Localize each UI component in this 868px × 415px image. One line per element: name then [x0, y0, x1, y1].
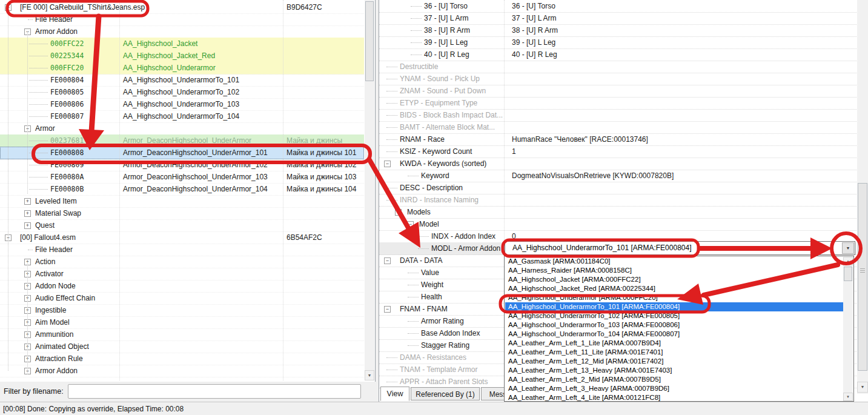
field-row[interactable]: RNAM - RaceHumanRace "Человек" [RACE:000… — [379, 133, 856, 146]
dropdown-item[interactable]: AA_Highschool_Underarmor [ARMA:000FFC20] — [505, 293, 847, 302]
field-row[interactable]: BAMT - Alternate Block Mat... — [379, 121, 856, 134]
tree-row[interactable]: File Header — [0, 244, 364, 256]
dropdown-item[interactable]: AA_Highschool_Jacket [ARMA:000FFC22] — [505, 275, 847, 284]
tree-row[interactable]: FE000806AA_Highschool_UnderarmorTo_103 — [0, 98, 364, 111]
tree-row[interactable]: FE000805AA_Highschool_UnderarmorTo_102 — [0, 86, 364, 99]
tree-row[interactable]: +Material Swap — [0, 207, 364, 220]
dropdown-item[interactable]: AA_Leather_Arm_Left_12_Mid [ARMA:001E740… — [505, 357, 847, 366]
record-editorid: AA_Highschool_Jacket_Red — [123, 50, 215, 62]
tree-row[interactable]: +Attraction Rule — [0, 353, 364, 365]
tree-leader — [386, 382, 397, 382]
tree-row[interactable]: FE000809Armor_DeaconHighschool_UnderArmo… — [0, 159, 364, 171]
field-row[interactable]: DESC - Description — [379, 182, 856, 194]
tree-row[interactable]: 000FFC20AA_Highschool_Underarmor — [0, 62, 364, 75]
expand-toggle-icon[interactable]: − — [395, 209, 402, 216]
dropdown-item[interactable]: AA_Gasmask [ARMA:001184C0] — [505, 257, 847, 266]
dropdown-item[interactable]: AA_Leather_Arm_Left_13_Heavy [ARMA:001E7… — [505, 366, 847, 375]
scrollbar-thumb[interactable] — [858, 183, 867, 371]
dropdown-scrollbar[interactable]: ▲ ▼ — [843, 257, 853, 401]
field-row[interactable]: YNAM - Sound - Pick Up — [379, 73, 856, 85]
tree-row[interactable]: +Leveled Item — [0, 195, 364, 208]
tree-row[interactable]: +Aim Model — [0, 316, 364, 329]
tree-row[interactable]: FE000807AA_Highschool_UnderarmorTo_104 — [0, 110, 364, 123]
tree-row[interactable]: +Activator — [0, 268, 364, 281]
expand-toggle-icon[interactable]: − — [384, 306, 391, 313]
dropdown-item[interactable]: AA_Highschool_UnderarmorTo_101 [ARMA:FE0… — [505, 302, 847, 311]
dropdown-item[interactable]: AA_Highschool_UnderarmorTo_103 [ARMA:FE0… — [505, 320, 847, 330]
field-row[interactable]: 40 - [U] R Leg40 - [U] R Leg — [379, 48, 856, 61]
dropdown-item[interactable]: AA_Leather_Arm_Left_11_Lite [ARMA:001E74… — [505, 348, 847, 357]
dropdown-item[interactable]: AA_Highschool_Jacket_Red [ARMA:00225344] — [505, 284, 847, 293]
field-row[interactable]: MODL - Armor AddonAA_Highschool_Underarm… — [379, 242, 856, 255]
tree-row[interactable]: +Action — [0, 256, 364, 268]
record-formid: FE000807 — [50, 110, 84, 122]
tree-item-label: Armor — [35, 122, 55, 134]
expand-toggle-icon[interactable]: − — [384, 161, 391, 167]
field-row[interactable]: INRD - Instance Naming — [379, 194, 856, 207]
tree-row[interactable]: FE00080AArmor_DeaconHighschool_UnderArmo… — [0, 171, 364, 184]
record-view-scrollbar[interactable]: ▼ — [857, 0, 868, 394]
dropdown-arrow-button[interactable]: ▼ — [842, 242, 854, 254]
dropdown-item[interactable]: AA_Harness_Raider [ARMA:0008158C] — [505, 266, 847, 275]
expand-toggle-icon[interactable]: + — [24, 210, 31, 217]
field-row[interactable]: KSIZ - Keyword Count1 — [379, 145, 856, 158]
tree-row[interactable]: FE000804AA_Highschool_UnderarmorTo_101 — [0, 74, 364, 87]
scroll-down-button[interactable]: ▼ — [365, 370, 374, 380]
tree-row[interactable]: File Header — [0, 13, 364, 26]
dropdown-item[interactable]: AA_Highschool_UnderarmorTo_102 [ARMA:FE0… — [505, 311, 847, 320]
tree-row[interactable]: +Ammunition — [0, 328, 364, 341]
armor-addon-dropdown-list[interactable]: AA_Gasmask [ARMA:001184C0]AA_Harness_Rai… — [504, 256, 854, 402]
tree-leader — [386, 103, 397, 104]
filter-label: Filter by filename: — [4, 382, 64, 402]
tab-view[interactable]: View — [380, 387, 409, 401]
tree-row[interactable]: FE000808Armor_DeaconHighschool_UnderArmo… — [0, 147, 364, 159]
tree-leader — [418, 248, 429, 249]
field-row[interactable]: KeywordDogmeatNoVisualsOnRetrieve [KYWD:… — [379, 170, 856, 182]
scroll-up-button[interactable]: ▲ — [843, 257, 853, 265]
expand-toggle-icon[interactable]: + — [24, 222, 31, 229]
field-row[interactable]: 38 - [U] R Arm38 - [U] R Arm — [379, 24, 856, 37]
expand-toggle-icon[interactable]: − — [407, 221, 414, 228]
field-row[interactable]: 39 - [U] L Leg39 - [U] L Leg — [379, 36, 856, 49]
dropdown-item[interactable]: AA_Leather_Arm_Left_4_Lite [ARMA:00121FC… — [505, 393, 847, 402]
left-tree-scrollbar[interactable]: ▼ — [365, 0, 374, 380]
filter-input[interactable] — [68, 384, 361, 399]
tree-row[interactable]: 00237681Armor_DeaconHighschool_UnderArmo… — [0, 134, 364, 147]
field-row[interactable]: −Model — [379, 218, 856, 231]
tree-row[interactable]: −[FE 000] CaRebuild_TShirt&Jeans.espB9D6… — [0, 1, 364, 14]
armor-addon-combobox[interactable]: AA_Highschool_UnderarmorTo_101 [ARMA:FE0… — [505, 241, 855, 255]
tree-row[interactable]: −Armor Addon — [0, 365, 364, 377]
field-row[interactable]: −Models — [379, 206, 856, 219]
scrollbar-thumb[interactable] — [844, 267, 852, 281]
dropdown-item[interactable]: AA_Highschool_UnderarmorTo_104 [ARMA:FE0… — [505, 330, 847, 339]
expand-toggle-icon[interactable]: − — [384, 257, 391, 264]
combobox-value: AA_Highschool_UnderarmorTo_101 [ARMA:FE0… — [512, 242, 692, 254]
expand-toggle-icon[interactable]: + — [24, 198, 31, 205]
tree-row[interactable]: +Addon Node — [0, 280, 364, 293]
field-row[interactable]: 37 - [U] L Arm37 - [U] L Arm — [379, 12, 856, 25]
scroll-down-button[interactable]: ▼ — [857, 382, 868, 393]
tree-row[interactable]: +Ingestible — [0, 304, 364, 317]
tree-row[interactable]: +Animated Object — [0, 340, 364, 353]
tree-row[interactable]: −Armor Addon — [0, 25, 364, 38]
tree-row[interactable]: 000FFC22AA_Highschool_Jacket — [0, 38, 364, 50]
field-row[interactable]: −KWDA - Keywords (sorted) — [379, 158, 856, 170]
field-row[interactable]: ETYP - Equipment Type — [379, 97, 856, 110]
dropdown-item[interactable]: AA_Leather_Arm_Left_3_Heavy [ARMA:0007B9… — [505, 384, 847, 393]
tree-row[interactable]: −[00] Fallout4.esm6B54AF2C — [0, 231, 364, 244]
tree-item-label: Armor Addon — [35, 25, 78, 38]
field-row[interactable]: 36 - [U] Torso36 - [U] Torso — [379, 0, 856, 13]
scrollbar-thumb[interactable] — [365, 1, 374, 81]
field-row[interactable]: Destructible — [379, 61, 856, 73]
field-row[interactable]: ZNAM - Sound - Put Down — [379, 85, 856, 98]
field-row[interactable]: BIDS - Block Bash Impact Dat... — [379, 109, 856, 122]
tree-row[interactable]: −Armor — [0, 122, 364, 135]
dropdown-item[interactable]: AA_Leather_Arm_Left_2_Mid [ARMA:0007B9D5… — [505, 375, 847, 384]
scroll-down-button[interactable]: ▼ — [843, 393, 853, 401]
tree-row[interactable]: FE00080BArmor_DeaconHighschool_UnderArmo… — [0, 183, 364, 196]
tree-row[interactable]: 00225344AA_Highschool_Jacket_Red — [0, 50, 364, 62]
tree-row[interactable]: +Quest — [0, 219, 364, 232]
tab-referenced-by-[interactable]: Referenced By (1) — [411, 387, 480, 400]
dropdown-item[interactable]: AA_Leather_Arm_Left_1_Lite [ARMA:0007B9D… — [505, 339, 847, 348]
tree-row[interactable]: +Audio Effect Chain — [0, 292, 364, 305]
